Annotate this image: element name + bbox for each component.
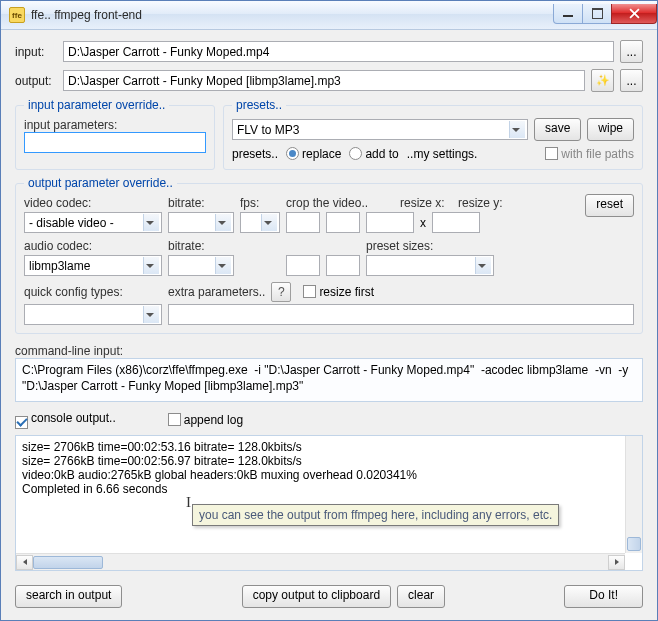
horizontal-scrollbar[interactable] (16, 553, 625, 570)
preset-save-button[interactable]: save (534, 118, 581, 141)
output-magic-button[interactable]: ✨ (591, 69, 614, 92)
do-it-button[interactable]: Do It! (564, 585, 643, 608)
scroll-thumb[interactable] (627, 537, 641, 551)
video-bitrate-select[interactable] (168, 212, 234, 233)
chevron-down-icon (512, 128, 520, 132)
scroll-right-button[interactable] (608, 555, 625, 570)
vertical-scrollbar[interactable] (625, 436, 642, 554)
console-output[interactable]: size= 2706kB time=00:02:53.16 bitrate= 1… (15, 435, 643, 572)
titlebar[interactable]: ffe ffe.. ffmpeg front-end (1, 1, 657, 30)
output-browse-button[interactable]: ... (620, 69, 643, 92)
quick-config-label: quick config types: (24, 285, 162, 299)
output-label: output: (15, 74, 57, 88)
audio-bitrate-label: bitrate: (168, 239, 234, 253)
cmdline-section: command-line input: (15, 344, 643, 405)
checkbox-icon (168, 413, 181, 426)
ellipsis-icon: ... (626, 45, 636, 59)
console-line: size= 2706kB time=00:02:53.16 bitrate= 1… (22, 440, 636, 454)
console-output-check[interactable]: console output.. (15, 411, 116, 429)
app-icon: ffe (9, 7, 25, 23)
input-path-row: input: ... (15, 40, 643, 63)
cmdline-label: command-line input: (15, 344, 643, 358)
quick-config-select[interactable] (24, 304, 162, 325)
window-title: ffe.. ffmpeg front-end (31, 8, 554, 22)
content-area: input: ... output: ✨ ... input parameter… (1, 30, 657, 620)
video-codec-select[interactable]: - disable video - (24, 212, 162, 233)
input-params-field[interactable] (24, 132, 206, 153)
chevron-down-icon (218, 221, 226, 225)
window-controls (554, 4, 657, 24)
app-window: ffe ffe.. ffmpeg front-end input: ... ou… (0, 0, 658, 621)
maximize-button[interactable] (582, 4, 612, 24)
resize-y-field[interactable] (432, 212, 480, 233)
fps-label: fps: (240, 196, 280, 210)
resize-first-check[interactable]: resize first (303, 285, 374, 299)
cmdline-text[interactable] (15, 358, 643, 402)
crop-field-3[interactable] (286, 255, 320, 276)
scroll-left-button[interactable] (16, 555, 33, 570)
resize-y-label: resize y: (458, 196, 510, 210)
crop-field-4[interactable] (326, 255, 360, 276)
output-path-row: output: ✨ ... (15, 69, 643, 92)
fps-select[interactable] (240, 212, 280, 233)
checkbox-icon (15, 416, 28, 429)
append-log-check[interactable]: append log (168, 413, 243, 427)
preset-replace-radio[interactable]: replace (286, 147, 341, 161)
extra-params-field[interactable] (168, 304, 634, 325)
preset-wipe-button[interactable]: wipe (587, 118, 634, 141)
console-header: console output.. append log (15, 411, 643, 429)
presets-group: presets.. FLV to MP3 save wipe presets..… (223, 98, 643, 170)
chevron-down-icon (218, 264, 226, 268)
reset-button[interactable]: reset (585, 194, 634, 217)
checkbox-icon (303, 285, 316, 298)
extra-params-label: extra parameters.. (168, 285, 265, 299)
my-settings-label: ..my settings. (407, 147, 478, 161)
footer-row: search in output copy output to clipboar… (15, 585, 643, 608)
console-line: size= 2766kB time=00:02:56.97 bitrate= 1… (22, 454, 636, 468)
input-browse-button[interactable]: ... (620, 40, 643, 63)
video-bitrate-label: bitrate: (168, 196, 234, 210)
chevron-down-icon (146, 264, 154, 268)
output-override-group: output parameter override.. reset video … (15, 176, 643, 334)
input-override-group: input parameter override.. input paramet… (15, 98, 215, 170)
audio-bitrate-select[interactable] (168, 255, 234, 276)
input-path-field[interactable] (63, 41, 614, 62)
radio-icon (349, 147, 362, 160)
presets-legend: presets.. (232, 98, 286, 112)
copy-output-button[interactable]: copy output to clipboard (242, 585, 391, 608)
presets-row-prefix: presets.. (232, 147, 278, 161)
chevron-down-icon (146, 313, 154, 317)
x-separator: x (420, 216, 426, 230)
radio-icon (286, 147, 299, 160)
help-button[interactable]: ? (271, 282, 291, 302)
minimize-button[interactable] (553, 4, 583, 24)
scroll-thumb[interactable] (33, 556, 103, 569)
close-button[interactable] (611, 4, 657, 24)
output-override-legend: output parameter override.. (24, 176, 177, 190)
console-tooltip: you can see the output from ffmpeg here,… (192, 504, 559, 526)
preset-sizes-label: preset sizes: (366, 239, 433, 253)
input-label: input: (15, 45, 57, 59)
audio-codec-label: audio codec: (24, 239, 162, 253)
ellipsis-icon: ... (626, 74, 636, 88)
console-line: Completed in 6.66 seconds (22, 482, 636, 496)
crop-field-1[interactable] (286, 212, 320, 233)
search-output-button[interactable]: search in output (15, 585, 122, 608)
video-codec-label: video codec: (24, 196, 162, 210)
crop-field-2[interactable] (326, 212, 360, 233)
preset-select[interactable]: FLV to MP3 (232, 119, 528, 140)
clear-button[interactable]: clear (397, 585, 445, 608)
output-path-field[interactable] (63, 70, 585, 91)
with-file-paths-check[interactable]: with file paths (545, 147, 634, 161)
input-override-legend: input parameter override.. (24, 98, 169, 112)
audio-codec-select[interactable]: libmp3lame (24, 255, 162, 276)
preset-addto-radio[interactable]: add to (349, 147, 398, 161)
chevron-down-icon (478, 264, 486, 268)
wand-icon: ✨ (596, 74, 610, 87)
text-cursor-icon: I (186, 494, 191, 511)
preset-selected: FLV to MP3 (237, 123, 299, 137)
preset-sizes-select[interactable] (366, 255, 494, 276)
resize-x-field[interactable] (366, 212, 414, 233)
crop-label: crop the video.. (286, 196, 394, 210)
override-presets-row: input parameter override.. input paramet… (15, 98, 643, 170)
